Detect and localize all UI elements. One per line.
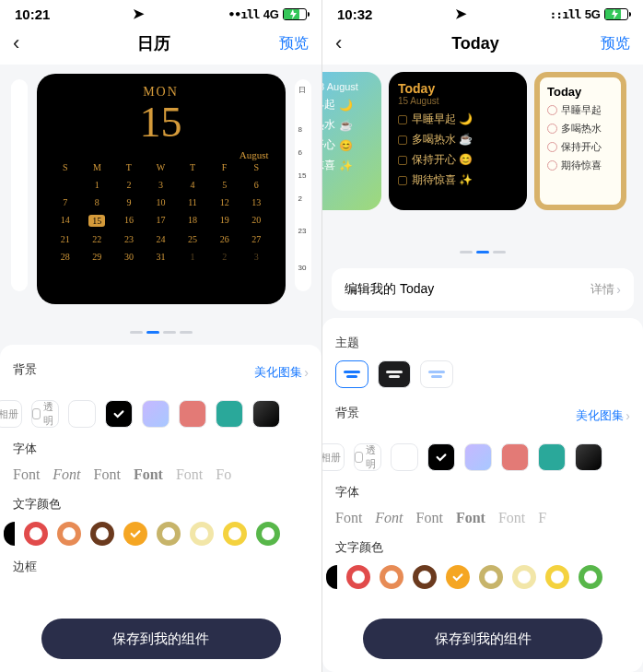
section-theme: 主题	[335, 335, 630, 351]
font-option-5[interactable]: Font	[498, 510, 525, 526]
font-option-2[interactable]: Font	[375, 510, 403, 526]
bg-lavender-swatch[interactable]	[464, 443, 492, 471]
card-date: 15 August	[398, 96, 518, 106]
save-button[interactable]: 保存到我的组件	[363, 619, 602, 659]
next-widget-peek[interactable]: 日 8 6 15 2 23 30	[295, 79, 311, 291]
bg-coral-swatch[interactable]	[501, 443, 529, 471]
bg-album-button[interactable]: 相册	[322, 443, 345, 471]
checkbox-icon	[398, 115, 407, 124]
bg-transparent-button[interactable]: 透明	[354, 443, 381, 471]
card-title: Today	[547, 85, 614, 99]
bg-dark-swatch[interactable]	[575, 443, 602, 471]
text-color-swatches	[335, 565, 630, 589]
network-label: 4G	[263, 7, 279, 21]
bg-black-swatch-selected[interactable]	[427, 443, 455, 471]
color-green[interactable]	[256, 522, 280, 546]
calendar-day: 15	[50, 101, 273, 144]
network-label: 5G	[585, 7, 601, 21]
bg-transparent-button[interactable]: 透明	[31, 400, 59, 428]
today-card-summer[interactable]: 08 August 早起🌙 热水☕ 开心😊 惊喜✨	[322, 72, 381, 210]
theme-dark[interactable]	[378, 360, 411, 388]
font-option-1[interactable]: Font	[13, 466, 40, 483]
preview-button[interactable]: 预览	[272, 34, 309, 53]
color-red[interactable]	[346, 565, 370, 589]
color-olive[interactable]	[479, 565, 503, 589]
font-option-6[interactable]: Fo	[216, 466, 231, 483]
beauty-gallery-link[interactable]: 美化图集›	[576, 407, 630, 424]
navbar: ‹ 日历 预览	[0, 24, 322, 65]
phone-calendar: 10:21 ➤ ••ıll 4G ‹ 日历 预览 MON 15 August	[0, 0, 322, 672]
font-option-5[interactable]: Font	[176, 466, 203, 483]
theme-soft[interactable]	[420, 360, 453, 388]
bg-dark-swatch[interactable]	[252, 400, 280, 428]
bg-teal-swatch[interactable]	[216, 400, 243, 428]
color-green[interactable]	[579, 565, 602, 589]
detail-link[interactable]: 详情›	[590, 281, 621, 298]
widget-preview-stage: 08 August 早起🌙 热水☕ 开心😊 惊喜✨ Today 15 Augus…	[322, 65, 643, 261]
status-bar: 10:21 ➤ ••ıll 4G	[0, 0, 322, 24]
font-option-3[interactable]: Font	[94, 466, 121, 483]
save-button[interactable]: 保存到我的组件	[41, 619, 281, 659]
chevron-right-icon: ›	[625, 408, 630, 423]
text-color-swatches	[13, 522, 309, 546]
chevron-right-icon: ›	[616, 282, 621, 297]
font-option-6[interactable]: F	[538, 510, 546, 526]
card-date: 08 August	[322, 81, 372, 92]
status-time: 10:32	[337, 6, 372, 22]
today-card-paper[interactable]: Today 早睡早起 多喝热水 保持开心 期待惊喜	[534, 72, 626, 210]
calendar-selected-day: 15	[88, 215, 105, 227]
bg-white-swatch[interactable]	[68, 400, 96, 428]
font-option-4[interactable]: Font	[456, 510, 485, 526]
circle-icon	[547, 105, 557, 115]
signal-icon: ••ıll	[228, 7, 260, 21]
color-yellow[interactable]	[223, 522, 247, 546]
beauty-gallery-link[interactable]: 美化图集›	[254, 364, 309, 381]
color-amber-selected[interactable]	[446, 565, 470, 589]
phone-today: 10:32 ➤ ::ıll 5G ‹ Today 预览 08 August 早起…	[322, 0, 643, 672]
preview-button[interactable]: 预览	[593, 34, 630, 53]
bg-coral-swatch[interactable]	[179, 400, 206, 428]
background-swatches: 相册 透明	[0, 400, 309, 428]
edit-today-row[interactable]: 编辑我的 Today 详情›	[332, 268, 634, 311]
bg-teal-swatch[interactable]	[538, 443, 566, 471]
color-orange[interactable]	[380, 565, 403, 589]
color-brown[interactable]	[413, 565, 437, 589]
battery-icon	[283, 8, 307, 20]
font-option-1[interactable]: Font	[335, 510, 362, 526]
signal-icon: ::ıll	[550, 7, 581, 21]
color-amber-selected[interactable]	[123, 522, 147, 546]
font-option-2[interactable]: Font	[53, 466, 80, 483]
card-title: Today	[398, 81, 518, 96]
page-indicator	[322, 241, 643, 257]
bg-lavender-swatch[interactable]	[142, 400, 170, 428]
prev-widget-peek[interactable]	[11, 79, 28, 291]
chevron-right-icon: ›	[304, 365, 309, 380]
font-option-4[interactable]: Font	[134, 466, 163, 483]
checkbox-icon	[398, 156, 407, 165]
color-brown[interactable]	[90, 522, 114, 546]
checkbox-icon	[398, 136, 407, 145]
bg-white-swatch[interactable]	[391, 443, 418, 471]
section-font: 字体	[13, 441, 309, 457]
color-cream[interactable]	[512, 565, 536, 589]
today-card-dark[interactable]: Today 15 August 早睡早起 🌙 多喝热水 ☕ 保持开心 😊 期待惊…	[389, 72, 527, 210]
bg-black-swatch-selected[interactable]	[105, 400, 133, 428]
color-olive[interactable]	[157, 522, 181, 546]
font-option-3[interactable]: Font	[416, 510, 443, 526]
calendar-grid: S M T W T F S 1 2 3 4 5 6 7	[50, 162, 273, 262]
back-button[interactable]: ‹	[335, 31, 357, 55]
color-orange[interactable]	[57, 522, 81, 546]
bg-album-button[interactable]: 相册	[0, 400, 22, 428]
color-yellow[interactable]	[545, 565, 569, 589]
calendar-widget[interactable]: MON 15 August S M T W T F S 1 2 3	[37, 74, 286, 304]
navbar: ‹ Today 预览	[322, 24, 643, 65]
color-cream[interactable]	[190, 522, 214, 546]
color-black[interactable]	[326, 565, 337, 589]
color-red[interactable]	[24, 522, 48, 546]
page-indicator	[0, 321, 322, 337]
color-black[interactable]	[4, 522, 15, 546]
back-button[interactable]: ‹	[13, 31, 35, 55]
section-font: 字体	[335, 484, 630, 501]
theme-light-selected[interactable]	[335, 360, 368, 388]
section-background: 背景	[13, 361, 37, 378]
